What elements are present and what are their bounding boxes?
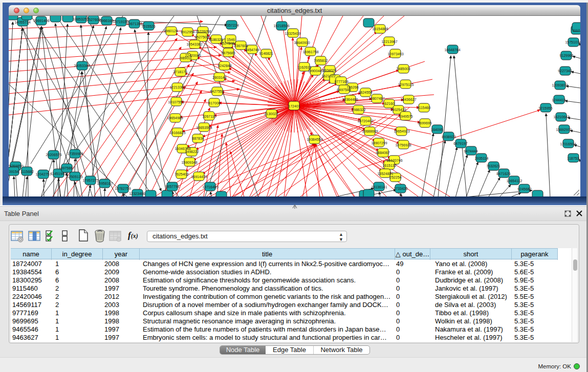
svg-text:1546: 1546 bbox=[227, 38, 235, 41]
svg-text:252254: 252254 bbox=[389, 176, 401, 179]
svg-text:8454749: 8454749 bbox=[245, 48, 259, 52]
svg-text:1824554: 1824554 bbox=[358, 91, 372, 94]
svg-text:1115682: 1115682 bbox=[20, 170, 34, 173]
svg-text:12975115: 12975115 bbox=[398, 83, 414, 86]
svg-text:19166825: 19166825 bbox=[169, 131, 185, 135]
svg-text:118753: 118753 bbox=[568, 157, 579, 160]
svg-text:1162615: 1162615 bbox=[298, 65, 312, 69]
svg-text:20691406: 20691406 bbox=[33, 19, 49, 23]
svg-text:9857791: 9857791 bbox=[165, 185, 179, 188]
svg-text:2935114: 2935114 bbox=[475, 157, 489, 160]
svg-text:15751074: 15751074 bbox=[565, 40, 580, 44]
svg-text:9115460: 9115460 bbox=[417, 106, 431, 110]
svg-text:18436627: 18436627 bbox=[400, 98, 416, 101]
svg-text:2718170: 2718170 bbox=[173, 70, 187, 74]
svg-text:12505135: 12505135 bbox=[67, 175, 82, 179]
svg-text:7515526: 7515526 bbox=[141, 25, 155, 28]
svg-text:1498222: 1498222 bbox=[185, 150, 199, 154]
svg-text:1733426: 1733426 bbox=[394, 187, 407, 190]
svg-text:8938923: 8938923 bbox=[442, 135, 455, 139]
svg-text:9227342: 9227342 bbox=[558, 69, 572, 73]
svg-text:9527508: 9527508 bbox=[220, 41, 234, 45]
svg-text:6497548: 6497548 bbox=[337, 88, 351, 92]
svg-text:12093872: 12093872 bbox=[552, 83, 568, 87]
svg-text:10025433: 10025433 bbox=[390, 108, 406, 112]
svg-text:9129966: 9129966 bbox=[559, 54, 573, 57]
svg-text:7357224: 7357224 bbox=[225, 24, 238, 27]
svg-text:9527503: 9527503 bbox=[194, 35, 208, 39]
svg-text:10671355: 10671355 bbox=[126, 22, 142, 26]
svg-text:12042757: 12042757 bbox=[35, 172, 51, 176]
svg-text:38640910: 38640910 bbox=[294, 41, 310, 45]
svg-text:39154: 39154 bbox=[9, 170, 19, 173]
svg-text:14055714: 14055714 bbox=[14, 20, 30, 24]
svg-text:9474444: 9474444 bbox=[464, 149, 477, 153]
svg-text:10543382: 10543382 bbox=[186, 42, 202, 46]
svg-text:16210643: 16210643 bbox=[553, 115, 569, 119]
svg-text:8912954: 8912954 bbox=[181, 30, 194, 34]
svg-text:13524851: 13524851 bbox=[377, 172, 393, 176]
svg-text:10756928: 10756928 bbox=[395, 143, 411, 147]
svg-text:2130027: 2130027 bbox=[264, 112, 278, 116]
svg-text:10107553: 10107553 bbox=[168, 100, 184, 104]
svg-text:19654985: 19654985 bbox=[167, 116, 183, 120]
svg-text:3215955: 3215955 bbox=[538, 106, 552, 110]
svg-text:1244415: 1244415 bbox=[552, 98, 565, 102]
svg-text:16914479: 16914479 bbox=[191, 175, 207, 179]
svg-text:164095: 164095 bbox=[431, 128, 443, 132]
svg-text:1527602: 1527602 bbox=[86, 18, 100, 21]
svg-text:15226058: 15226058 bbox=[195, 30, 211, 33]
svg-text:13325419: 13325419 bbox=[285, 32, 300, 35]
svg-text:3267110: 3267110 bbox=[203, 115, 216, 118]
svg-text:20053346: 20053346 bbox=[74, 64, 90, 68]
svg-text:12323466: 12323466 bbox=[129, 192, 145, 195]
svg-text:1621022: 1621022 bbox=[321, 74, 335, 78]
svg-text:8427552: 8427552 bbox=[210, 90, 224, 93]
svg-text:18907299: 18907299 bbox=[371, 141, 387, 145]
svg-text:2367608: 2367608 bbox=[234, 44, 248, 48]
svg-text:9245682: 9245682 bbox=[517, 187, 531, 191]
svg-text:7955812: 7955812 bbox=[314, 59, 328, 62]
svg-text:16154808: 16154808 bbox=[372, 27, 388, 31]
svg-text:16120746: 16120746 bbox=[386, 159, 402, 162]
svg-text:7625402: 7625402 bbox=[175, 172, 188, 176]
svg-text:8960124: 8960124 bbox=[164, 29, 178, 33]
svg-text:17957275: 17957275 bbox=[82, 179, 98, 182]
svg-text:10975867: 10975867 bbox=[58, 166, 74, 170]
svg-text:9777169: 9777169 bbox=[334, 80, 348, 83]
svg-text:20364486: 20364486 bbox=[342, 98, 358, 101]
svg-text:15136141: 15136141 bbox=[371, 185, 387, 189]
svg-text:20206576: 20206576 bbox=[46, 153, 61, 157]
svg-text:9699695: 9699695 bbox=[418, 121, 431, 125]
svg-text:6934024: 6934024 bbox=[322, 69, 336, 72]
svg-text:9242848: 9242848 bbox=[217, 64, 231, 68]
svg-text:19900443: 19900443 bbox=[308, 69, 323, 73]
svg-text:15692971: 15692971 bbox=[556, 128, 572, 132]
svg-text:19654923: 19654923 bbox=[394, 129, 409, 133]
svg-text:8186328: 8186328 bbox=[209, 38, 223, 41]
svg-text:98901: 98901 bbox=[180, 56, 190, 60]
svg-text:12213967: 12213967 bbox=[381, 40, 397, 43]
svg-text:6479197: 6479197 bbox=[453, 142, 467, 145]
svg-text:11451947: 11451947 bbox=[51, 172, 67, 176]
svg-text:16648784: 16648784 bbox=[444, 48, 460, 52]
svg-text:6966160: 6966160 bbox=[99, 19, 113, 23]
svg-text:9146821: 9146821 bbox=[259, 52, 273, 55]
svg-text:17359908: 17359908 bbox=[67, 152, 83, 156]
svg-text:25269850: 25269850 bbox=[9, 164, 24, 168]
svg-text:10807487: 10807487 bbox=[368, 97, 384, 100]
svg-text:5875685: 5875685 bbox=[221, 51, 235, 55]
svg-text:16782759: 16782759 bbox=[115, 187, 130, 190]
svg-text:12213369: 12213369 bbox=[169, 85, 185, 89]
svg-text:15720407: 15720407 bbox=[357, 119, 373, 123]
svg-text:1117: 1117 bbox=[573, 29, 580, 32]
svg-text:10973493: 10973493 bbox=[387, 52, 403, 56]
svg-text:10958107: 10958107 bbox=[97, 182, 113, 185]
svg-text:2803144: 2803144 bbox=[212, 76, 226, 79]
svg-text:16961758: 16961758 bbox=[302, 50, 318, 54]
svg-text:8471626: 8471626 bbox=[496, 172, 510, 176]
svg-text:17016504: 17016504 bbox=[560, 142, 576, 146]
svg-text:10688609: 10688609 bbox=[362, 129, 378, 133]
svg-text:10654112: 10654112 bbox=[507, 179, 522, 183]
svg-text:15909348: 15909348 bbox=[181, 161, 197, 164]
